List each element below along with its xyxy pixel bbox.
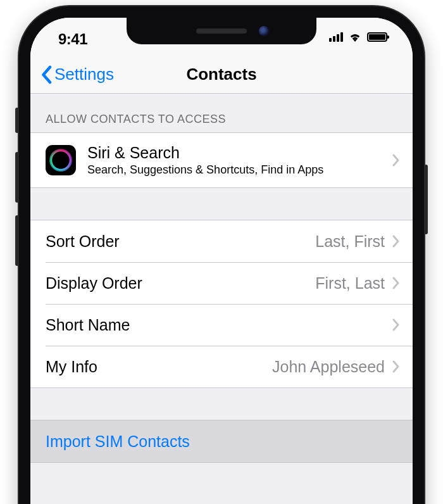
front-camera (259, 26, 269, 36)
display-order-label: Display Order (46, 274, 142, 293)
settings-scroll[interactable]: Allow Contacts to Access Siri & Search S… (30, 94, 413, 504)
status-time: 9:41 (58, 30, 87, 48)
my-info-value: John Appleseed (265, 358, 385, 376)
chevron-right-icon (392, 154, 400, 167)
chevron-right-icon (392, 318, 400, 331)
row-display-order[interactable]: Display Order First, Last (30, 262, 413, 304)
display-order-value: First, Last (308, 274, 385, 293)
sort-order-label: Sort Order (46, 232, 120, 251)
volume-up-button (15, 152, 19, 203)
group-import: Import SIM Contacts (30, 420, 413, 463)
short-name-label: Short Name (46, 316, 130, 334)
volume-down-button (15, 215, 19, 266)
row-my-info[interactable]: My Info John Appleseed (30, 346, 413, 387)
row-short-name[interactable]: Short Name (30, 304, 413, 346)
cellular-signal-icon (329, 32, 343, 42)
screen: 9:41 Settings Contacts Allow Contacts to… (30, 18, 413, 504)
siri-title: Siri & Search (87, 144, 385, 162)
import-sim-label: Import SIM Contacts (46, 432, 190, 451)
group-header-access: Allow Contacts to Access (30, 94, 413, 132)
my-info-label: My Info (46, 358, 97, 376)
chevron-right-icon (392, 360, 400, 373)
row-import-sim-contacts[interactable]: Import SIM Contacts (30, 420, 413, 462)
speaker-grille (196, 28, 247, 34)
group-spacer (30, 388, 413, 420)
phone-frame: 9:41 Settings Contacts Allow Contacts to… (19, 6, 424, 504)
group-access: Siri & Search Search, Suggestions & Shor… (30, 132, 413, 188)
sort-order-value: Last, First (308, 232, 385, 251)
group-spacer (30, 188, 413, 220)
group-spacer (30, 463, 413, 488)
row-siri-search[interactable]: Siri & Search Search, Suggestions & Shor… (30, 133, 413, 187)
page-title: Contacts (30, 65, 413, 84)
notch (127, 18, 316, 44)
chevron-right-icon (392, 277, 400, 289)
side-button (424, 165, 428, 234)
status-indicators (329, 32, 387, 42)
group-options: Sort Order Last, First Display Order Fir… (30, 220, 413, 388)
battery-icon (367, 32, 387, 42)
chevron-right-icon (392, 235, 400, 248)
row-sort-order[interactable]: Sort Order Last, First (30, 220, 413, 262)
mute-switch (15, 108, 19, 133)
wifi-icon (348, 32, 362, 42)
siri-subtitle: Search, Suggestions & Shortcuts, Find in… (87, 163, 385, 177)
siri-icon (46, 145, 76, 175)
